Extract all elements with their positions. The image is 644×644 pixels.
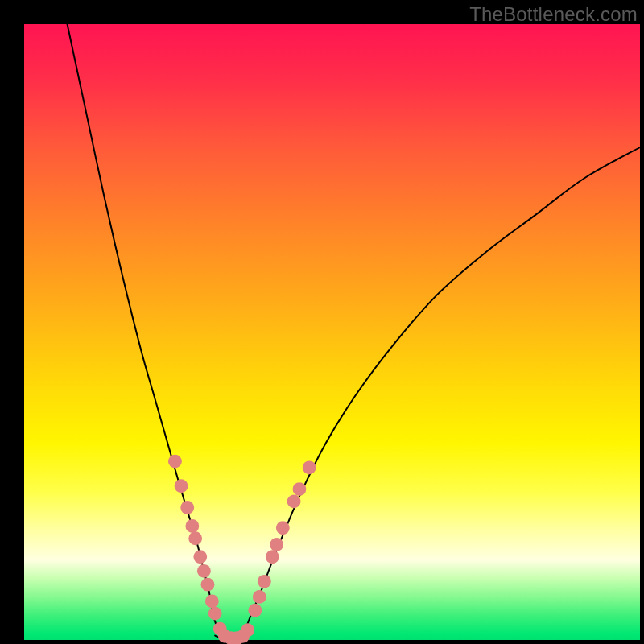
watermark-text: TheBottleneck.com [469,3,638,26]
data-marker [293,482,307,496]
plot-area [24,24,640,640]
data-marker [168,455,182,469]
data-marker [287,494,301,508]
data-marker [303,460,316,474]
data-marker [241,623,254,637]
data-marker [185,519,199,533]
curve-curve-right [240,147,640,637]
data-marker [205,594,219,608]
chart-svg [24,24,640,640]
data-marker [188,531,202,545]
data-marker [197,564,211,578]
chart-frame: TheBottleneck.com [0,0,644,644]
marker-layer [168,455,316,644]
data-marker [208,607,222,621]
data-marker [201,578,215,592]
data-marker [276,521,290,535]
data-marker [175,479,188,493]
curve-curve-left [68,24,221,637]
data-marker [193,550,207,564]
data-marker [270,538,283,551]
data-marker [266,550,279,564]
data-marker [258,575,271,588]
data-marker [180,501,194,514]
data-marker [253,590,266,604]
data-marker [248,604,262,617]
curve-layer [68,24,640,639]
